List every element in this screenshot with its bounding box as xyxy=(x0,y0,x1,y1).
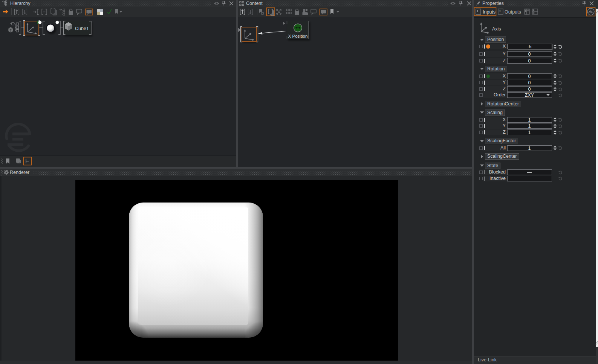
svg-text:0: 0 xyxy=(499,9,501,12)
svg-text:Inputs: Inputs xyxy=(483,9,496,15)
svg-text:X Position: X Position xyxy=(288,34,308,38)
svg-text:Outputs: Outputs xyxy=(505,9,521,15)
svg-text:Cube1: Cube1 xyxy=(75,26,89,31)
